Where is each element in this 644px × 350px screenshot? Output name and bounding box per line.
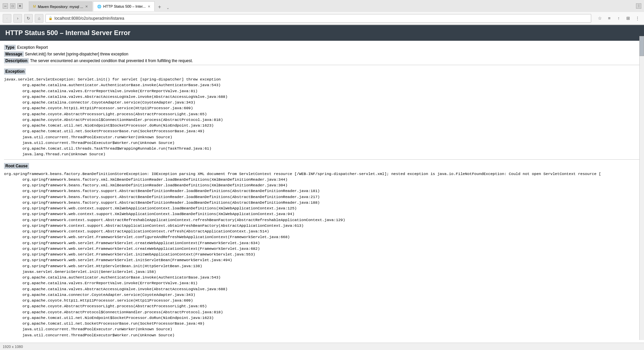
tab-http-status[interactable]: 🌐 HTTP Status 500 – Inter... ✕: [93, 1, 155, 11]
toolbar-icons: ☆ ≡ ↑ ⊞ ⋮: [596, 14, 641, 22]
scrollbar-thumb[interactable]: [639, 36, 644, 56]
tab-favicon: M: [33, 5, 36, 8]
exception-stacktrace: javax.servlet.ServletException: Servlet.…: [4, 76, 640, 158]
refresh-button[interactable]: ↻: [24, 14, 33, 23]
description-value: The server encountered an unexpected con…: [30, 58, 193, 63]
bookmark-star-icon[interactable]: ☆: [596, 14, 604, 22]
more-icon[interactable]: ⋮: [633, 14, 641, 22]
tab-list-button[interactable]: ⌄: [164, 4, 172, 11]
url-icon: 🔒: [48, 16, 52, 20]
close-button[interactable]: ✕: [17, 3, 23, 9]
error-title: HTTP Status 500 – Internal Server Error: [5, 29, 130, 36]
browser-chrome: ─ □ ✕ M Maven Repository: mysql ... ✕ 🌐 …: [0, 0, 644, 25]
message-row: Message Servlet.init() for servlet [spri…: [4, 51, 640, 57]
new-tab-button[interactable]: +: [155, 3, 164, 11]
error-header: HTTP Status 500 – Internal Server Error: [0, 25, 644, 41]
type-label: Type: [4, 45, 16, 50]
home-button[interactable]: ⌂: [35, 14, 43, 23]
tab-close-http[interactable]: ✕: [148, 5, 150, 8]
tab-close-maven[interactable]: ✕: [85, 5, 88, 8]
root-cause-stacktrace: org.springframework.beans.factory.BeanDe…: [4, 170, 640, 339]
scrollbar-track: [639, 36, 644, 339]
share-icon[interactable]: ↑: [615, 14, 623, 22]
extensions-icon[interactable]: ⊞: [624, 14, 632, 22]
message-label: Message: [4, 51, 24, 57]
tab-label2: HTTP Status 500 – Inter...: [103, 4, 146, 8]
tab-favicon2: 🌐: [97, 5, 101, 8]
exception-section: Exception javax.servlet.ServletException…: [4, 66, 640, 158]
url-bar[interactable]: 🔒 localhost:8080/o2o/superadmin/listarea: [45, 14, 591, 23]
address-bar: ‹ › ↻ ⌂ 🔒 localhost:8080/o2o/superadmin/…: [0, 12, 644, 25]
description-row: Description The server encountered an un…: [4, 58, 640, 63]
exception-header: Exception: [4, 68, 26, 74]
settings-button[interactable]: ⋮: [636, 3, 641, 9]
message-value: Servlet.init() for servlet [spring-dispa…: [25, 52, 128, 56]
window-controls: ─ □ ✕: [3, 3, 23, 9]
maximize-button[interactable]: □: [10, 3, 15, 9]
tabs-bar: M Maven Repository: mysql ... ✕ 🌐 HTTP S…: [26, 2, 636, 11]
tab-maven[interactable]: M Maven Repository: mysql ... ✕: [29, 1, 92, 11]
page-content: HTTP Status 500 – Internal Server Error …: [0, 25, 644, 339]
description-label: Description: [4, 58, 29, 63]
url-text: localhost:8080/o2o/superadmin/listarea: [54, 16, 124, 21]
title-bar: ─ □ ✕ M Maven Repository: mysql ... ✕ 🌐 …: [0, 0, 644, 12]
root-cause-header: Root Cause: [4, 163, 29, 169]
type-row: Type Exception Report: [4, 45, 640, 50]
minimize-button[interactable]: ─: [3, 3, 8, 9]
error-body: Type Exception Report Message Servlet.in…: [0, 41, 644, 339]
reading-list-icon[interactable]: ≡: [605, 14, 613, 22]
back-button[interactable]: ‹: [3, 14, 11, 23]
type-value: Exception Report: [17, 45, 48, 50]
root-cause-section: Root Cause org.springframework.beans.fac…: [4, 161, 640, 339]
tab-label: Maven Repository: mysql ...: [38, 5, 83, 9]
forward-button[interactable]: ›: [13, 14, 22, 23]
